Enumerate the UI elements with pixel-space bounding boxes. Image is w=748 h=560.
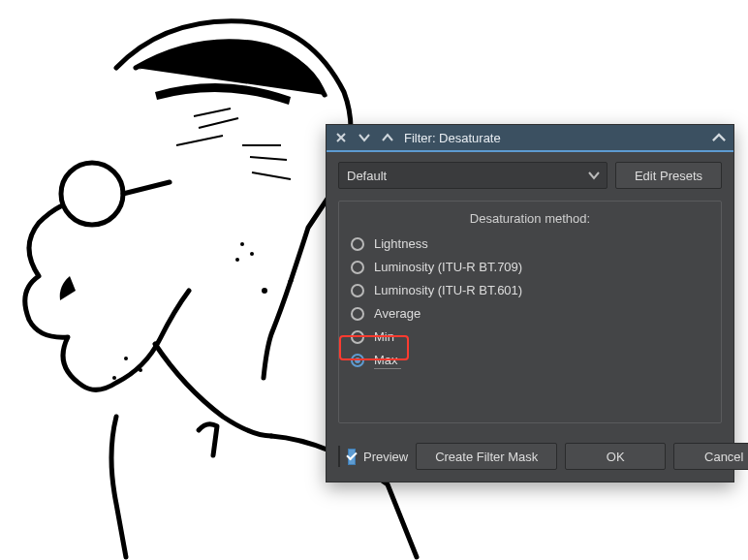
radio-indicator <box>351 284 364 297</box>
titlebar[interactable]: Filter: Desaturate <box>327 125 733 150</box>
radio-indicator <box>351 307 364 321</box>
radio-label: Luminosity (ITU-R BT.709) <box>374 260 522 274</box>
svg-point-13 <box>112 376 116 380</box>
radio-option[interactable]: Luminosity (ITU-R BT.709) <box>351 259 709 275</box>
svg-point-14 <box>262 288 267 294</box>
radio-label: Luminosity (ITU-R BT.601) <box>374 283 522 297</box>
filter-dialog: Filter: Desaturate Default Edit Presets … <box>326 124 734 482</box>
edit-presets-button[interactable]: Edit Presets <box>615 162 722 189</box>
radio-option[interactable]: Average <box>351 305 709 322</box>
svg-point-9 <box>250 252 254 256</box>
radio-indicator <box>351 237 364 251</box>
radio-indicator <box>351 330 364 344</box>
compare-swatch[interactable] <box>338 446 340 467</box>
cancel-button[interactable]: Cancel <box>673 443 748 470</box>
radio-option[interactable]: Lightness <box>351 235 709 252</box>
close-icon[interactable] <box>334 131 348 144</box>
radio-option[interactable]: Min <box>351 328 709 345</box>
collapse-icon[interactable] <box>712 131 726 144</box>
chevron-down-icon <box>587 169 601 182</box>
desaturation-method-group: Desaturation method: LightnessLuminosity… <box>338 201 722 423</box>
preset-select[interactable]: Default <box>338 162 608 189</box>
group-title: Desaturation method: <box>351 211 709 226</box>
dialog-title: Filter: Desaturate <box>404 131 501 145</box>
radio-option[interactable]: Max <box>351 352 709 368</box>
svg-point-0 <box>61 163 123 225</box>
radio-label: Average <box>374 306 421 321</box>
preview-label: Preview <box>363 450 408 464</box>
radio-indicator <box>351 261 364 274</box>
svg-point-12 <box>139 368 142 372</box>
preview-checkbox[interactable] <box>348 449 356 465</box>
preset-selected-label: Default <box>347 169 387 183</box>
svg-point-10 <box>235 258 239 262</box>
svg-point-11 <box>124 357 128 360</box>
radio-option[interactable]: Luminosity (ITU-R BT.601) <box>351 282 709 298</box>
svg-point-8 <box>240 242 244 246</box>
chevron-up-icon[interactable] <box>381 131 394 144</box>
chevron-down-icon[interactable] <box>358 131 371 144</box>
radio-label: Max <box>374 353 398 367</box>
radio-label: Lightness <box>374 236 428 251</box>
radio-label: Min <box>374 329 394 344</box>
radio-indicator <box>351 354 364 367</box>
svg-line-1 <box>123 182 170 194</box>
create-filter-mask-button[interactable]: Create Filter Mask <box>416 443 557 470</box>
ok-button[interactable]: OK <box>565 443 666 470</box>
